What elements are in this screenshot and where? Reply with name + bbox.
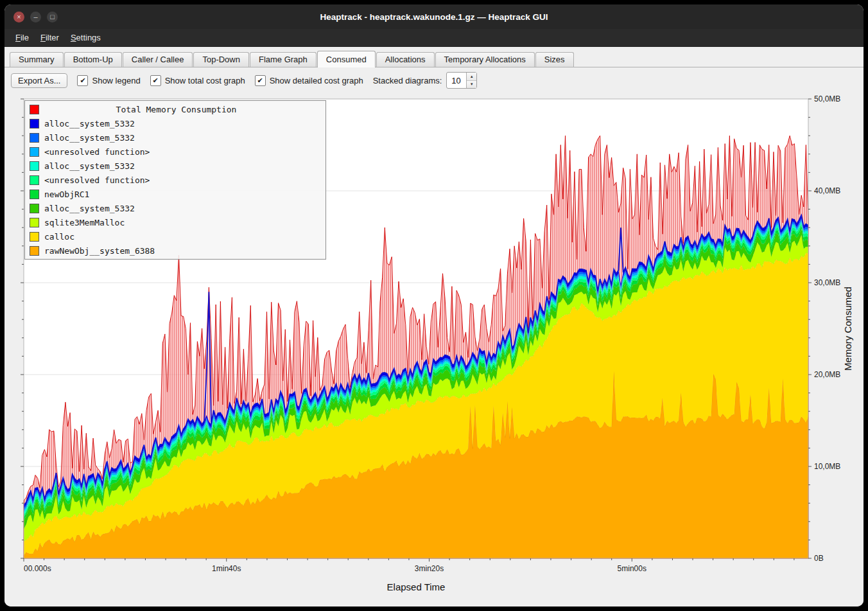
- legend-swatch: [30, 119, 39, 128]
- stacked-diagrams-spinbox[interactable]: 10 ▲ ▼: [446, 72, 477, 89]
- legend-swatch: [30, 204, 39, 213]
- spin-down-button[interactable]: ▼: [467, 81, 476, 89]
- legend-item: alloc__system_5332: [25, 130, 326, 145]
- legend-label: alloc__system_5332: [44, 161, 135, 171]
- close-icon: ×: [17, 13, 21, 21]
- legend-item: <unresolved function>: [25, 145, 326, 159]
- heaptrack-window: × – □ Heaptrack - heaptrack.wakunode.1.g…: [4, 4, 864, 607]
- legend-label: newObjRC1: [44, 190, 89, 199]
- y-tick-label: 50,0MB: [814, 94, 840, 103]
- y-tick-label: 20,0MB: [814, 370, 840, 379]
- checkbox-label: Show total cost graph: [165, 76, 245, 85]
- checkbox-show-total-cost-graph[interactable]: ✔Show total cost graph: [150, 75, 245, 86]
- legend-item: rawNewObj__system_6388: [25, 244, 326, 258]
- y-axis-title: Memory Consumed: [842, 287, 853, 371]
- y-tick-label: 0B: [814, 554, 824, 563]
- menu-item-settings[interactable]: Settings: [65, 30, 107, 45]
- legend-swatch: [30, 218, 39, 227]
- maximize-button[interactable]: □: [47, 12, 58, 22]
- x-tick-label: 00.000s: [24, 564, 51, 573]
- tab-bar: SummaryBottom-UpCaller / CalleeTop-DownF…: [4, 47, 864, 67]
- toolbar: Export As... ✔Show legend✔Show total cos…: [4, 67, 864, 93]
- tab-bottom-up[interactable]: Bottom-Up: [64, 52, 122, 67]
- legend-title: Total Memory Consumption: [44, 105, 321, 114]
- window-title: Heaptrack - heaptrack.wakunode.1.gz — He…: [4, 12, 864, 22]
- legend-item: <unresolved function>: [25, 173, 326, 187]
- menu-item-filter[interactable]: Filter: [35, 30, 65, 45]
- legend-label: alloc__system_5332: [44, 204, 135, 213]
- checkbox-label: Show legend: [92, 76, 140, 85]
- legend-item: sqlite3MemMalloc: [25, 215, 326, 229]
- checkbox-box: ✔: [150, 75, 161, 86]
- x-tick-label: 3min20s: [415, 564, 444, 573]
- legend-label: alloc__system_5332: [44, 133, 135, 143]
- x-tick-label: 1min40s: [212, 564, 241, 573]
- legend-item: calloc: [25, 229, 326, 244]
- checkbox-label: Show detailed cost graph: [270, 76, 363, 85]
- tab-temporary-allocations[interactable]: Temporary Allocations: [435, 52, 535, 67]
- legend-label: <unresolved function>: [44, 175, 150, 185]
- chart-area: 0B10,0MB20,0MB30,0MB40,0MB50,0MB00.000s1…: [4, 93, 864, 607]
- menu-item-file[interactable]: File: [10, 30, 35, 45]
- legend-swatch: [30, 246, 39, 256]
- legend-label: rawNewObj__system_6388: [44, 246, 155, 256]
- y-tick-label: 30,0MB: [814, 278, 840, 287]
- legend-item: alloc__system_5332: [25, 116, 326, 130]
- legend-swatch: [30, 190, 39, 199]
- maximize-icon: □: [50, 13, 55, 21]
- legend-title-swatch: [30, 105, 39, 114]
- export-as-button[interactable]: Export As...: [11, 73, 67, 88]
- tab-top-down[interactable]: Top-Down: [193, 52, 249, 67]
- close-button[interactable]: ×: [13, 12, 24, 22]
- legend-swatch: [30, 161, 39, 171]
- checkbox-show-legend[interactable]: ✔Show legend: [77, 75, 140, 86]
- checkbox-box: ✔: [255, 75, 266, 86]
- checkbox-show-detailed-cost-graph[interactable]: ✔Show detailed cost graph: [255, 75, 363, 86]
- legend-swatch: [30, 175, 39, 185]
- tab-consumed[interactable]: Consumed: [317, 51, 376, 67]
- legend-title-row: Total Memory Consumption: [25, 102, 326, 116]
- checkbox-box: ✔: [77, 75, 88, 86]
- x-axis-title: Elapsed Time: [387, 581, 446, 592]
- legend-label: alloc__system_5332: [44, 119, 135, 128]
- titlebar[interactable]: × – □ Heaptrack - heaptrack.wakunode.1.g…: [4, 4, 864, 29]
- spin-up-button[interactable]: ▲: [467, 73, 476, 81]
- legend-swatch: [30, 147, 39, 157]
- x-tick-label: 5min00s: [618, 564, 647, 573]
- legend-item: newObjRC1: [25, 187, 326, 201]
- tab-sizes[interactable]: Sizes: [535, 52, 574, 67]
- tab-allocations[interactable]: Allocations: [376, 52, 435, 67]
- legend-swatch: [30, 133, 39, 143]
- tab-flame-graph[interactable]: Flame Graph: [250, 52, 317, 67]
- y-tick-label: 40,0MB: [814, 186, 840, 195]
- legend-label: sqlite3MemMalloc: [44, 218, 125, 227]
- minimize-button[interactable]: –: [30, 12, 41, 22]
- legend-item: alloc__system_5332: [25, 159, 326, 173]
- legend-label: <unresolved function>: [44, 147, 150, 157]
- y-tick-label: 10,0MB: [814, 462, 840, 471]
- tab-summary[interactable]: Summary: [10, 52, 64, 67]
- legend-swatch: [30, 232, 39, 242]
- legend-item: alloc__system_5332: [25, 201, 326, 215]
- minimize-icon: –: [33, 13, 37, 21]
- menubar: FileFilterSettings: [4, 29, 864, 47]
- legend-label: calloc: [44, 232, 74, 242]
- chart-legend: Total Memory Consumptionalloc__system_53…: [24, 100, 326, 260]
- tab-caller-callee[interactable]: Caller / Callee: [123, 52, 193, 67]
- window-controls: × – □: [13, 12, 58, 22]
- stacked-diagrams-label: Stacked diagrams:: [373, 76, 442, 85]
- spinbox-steppers: ▲ ▼: [466, 73, 476, 88]
- stacked-diagrams-value: 10: [447, 73, 466, 88]
